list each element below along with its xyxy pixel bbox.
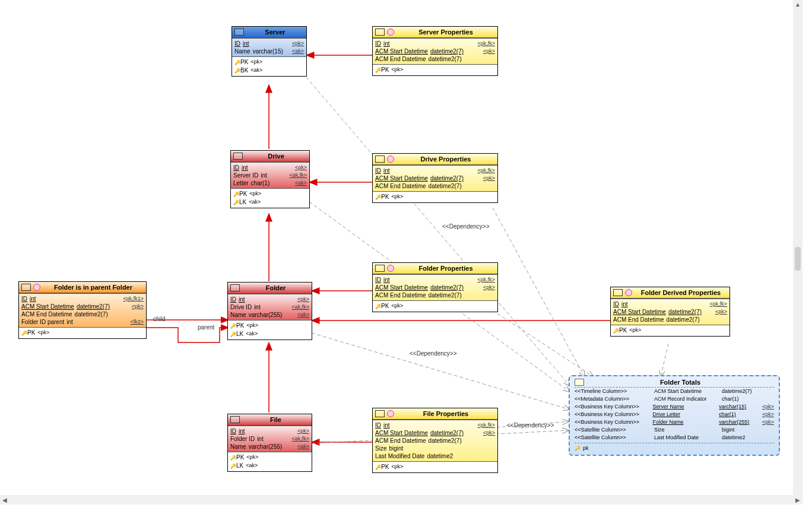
attr-tag: <ak> xyxy=(292,47,304,55)
scroll-thumb[interactable] xyxy=(795,247,801,271)
entity-server[interactable]: Server IDint<pk>Namevarchar(15)<ak> PK<p… xyxy=(231,26,307,77)
key-name: PK xyxy=(613,326,627,335)
attr-type: char(1) xyxy=(251,179,270,187)
attribute-row: Server IDint<ak,fk> xyxy=(233,172,307,179)
clock-icon xyxy=(387,28,394,36)
entity-title: File Properties xyxy=(397,410,495,417)
entity-folder[interactable]: Folder IDint<pk>Drive IDint<ak,fk>Nameva… xyxy=(227,282,312,340)
attr-name: Folder ID xyxy=(230,435,255,443)
col-name: Drive Letter xyxy=(652,411,716,418)
col-tag: <pk> xyxy=(762,418,774,426)
entity-folder-derived-properties[interactable]: Folder Derived Properties IDint<pk,fk>AC… xyxy=(610,287,730,337)
table-icon xyxy=(375,156,385,163)
attribute-row: ACM End Datetimedatetime2(7) xyxy=(21,310,144,318)
attr-type: datetime2(7) xyxy=(430,284,464,291)
horizontal-scrollbar[interactable]: ◀ ▶ xyxy=(0,495,803,505)
attribute-row: ACM Start Datetimedatetime2(7)<pk> xyxy=(375,47,495,55)
attr-type: datetime2(7) xyxy=(77,303,110,310)
attr-type: int xyxy=(383,40,390,47)
clock-icon xyxy=(387,156,394,163)
attr-name: ID xyxy=(233,164,239,172)
entity-folder-parent[interactable]: Folder is in parent Folder IDint<pk,fk1>… xyxy=(18,281,147,339)
entity-server-properties[interactable]: Server Properties IDint<pk,fk>ACM Start … xyxy=(372,26,498,76)
attr-type: bigint xyxy=(389,445,403,452)
key-tag: <ak> xyxy=(250,66,262,75)
entity-title: Server xyxy=(246,28,304,36)
attribute-row: Folder ID parentint<fk2> xyxy=(21,318,144,326)
svg-line-13 xyxy=(493,310,594,377)
attribute-row: IDint<pk> xyxy=(230,296,309,303)
attribute-row: IDint<pk,fk> xyxy=(375,276,495,284)
entity-drive[interactable]: Drive IDint<pk>Server IDint<ak,fk>Letter… xyxy=(230,150,310,208)
table-icon xyxy=(375,28,385,36)
entity-drive-properties[interactable]: Drive Properties IDint<pk,fk>ACM Start D… xyxy=(372,153,498,203)
attribute-row: Last Modified Datedatetime2 xyxy=(375,452,495,460)
attr-name: ACM End Datetime xyxy=(375,182,426,190)
attr-type: datetime2(7) xyxy=(667,316,700,323)
col-name: ACM Start Datetime xyxy=(654,388,719,395)
attr-type: int xyxy=(239,427,245,435)
attr-name: ACM Start Datetime xyxy=(375,284,428,291)
entity-title: File xyxy=(242,416,309,423)
vertical-scrollbar[interactable]: ▲ ▼ xyxy=(793,0,803,505)
attr-name: ID xyxy=(21,295,27,303)
attr-name: ACM Start Datetime xyxy=(375,174,428,182)
entity-folder-properties[interactable]: Folder Properties IDint<pk,fk>ACM Start … xyxy=(372,262,498,312)
key-row: LK<ak> xyxy=(230,330,309,338)
attr-tag: <ak,fk> xyxy=(289,172,307,179)
view-column-row: <<Business Key Column>>Drive Letterchar(… xyxy=(575,411,774,418)
scroll-left-arrow[interactable]: ◀ xyxy=(0,497,9,503)
attr-name: ACM Start Datetime xyxy=(613,308,666,316)
attr-type: int xyxy=(66,318,73,326)
view-title: Folder Totals xyxy=(586,379,774,386)
entity-title: Folder xyxy=(242,284,309,291)
col-tag: <pk> xyxy=(762,403,774,411)
attribute-row: IDint<pk,fk1> xyxy=(21,295,144,303)
key-tag: <pk> xyxy=(391,302,403,310)
attribute-row: ACM End Datetimedatetime2(7) xyxy=(375,55,495,63)
col-type: char(1) xyxy=(719,411,760,418)
view-column-row: <<Satellite Column>>Last Modified Dateda… xyxy=(575,434,774,442)
attr-type: datetime2(7) xyxy=(429,291,462,299)
attr-type: datetime2(7) xyxy=(430,47,464,55)
diagram-canvas[interactable]: Server IDint<pk>Namevarchar(15)<ak> PK<p… xyxy=(0,0,803,505)
svg-line-12 xyxy=(312,333,570,410)
entity-file[interactable]: File IDint<pk>Folder IDint<ak,fk>Namevar… xyxy=(227,414,312,472)
attr-name: ID xyxy=(230,427,236,435)
attribute-row: Namevarchar(15)<ak> xyxy=(234,47,304,55)
attr-name: ACM End Datetime xyxy=(21,310,72,318)
attr-type: int xyxy=(30,295,36,303)
attr-tag: <pk> xyxy=(483,284,495,291)
view-key-row: 🔑 pk xyxy=(575,445,774,452)
key-row: PK<pk> xyxy=(375,66,495,74)
attr-name: Size xyxy=(375,445,386,452)
scroll-up-arrow[interactable]: ▲ xyxy=(793,0,803,9)
attr-type: varchar(255) xyxy=(249,311,283,319)
key-tag: <ak> xyxy=(246,462,258,470)
attr-tag: <pk,fk> xyxy=(477,421,495,429)
attr-type: int xyxy=(383,276,390,284)
entity-file-properties[interactable]: File Properties IDint<pk,fk>ACM Start Da… xyxy=(372,408,498,473)
attribute-row: IDint<pk,fk> xyxy=(375,40,495,47)
dependency-label: <<Dependency>> xyxy=(410,350,457,357)
clock-icon xyxy=(387,265,394,272)
key-tag: <pk> xyxy=(391,463,403,471)
attribute-row: Folder IDint<ak,fk> xyxy=(230,435,309,443)
key-row: PK<pk> xyxy=(375,463,495,471)
attr-type: int xyxy=(621,300,628,308)
key-name: LK xyxy=(230,462,243,470)
attr-type: int xyxy=(239,296,245,303)
scroll-right-arrow[interactable]: ▶ xyxy=(793,497,803,503)
attr-type: int xyxy=(254,303,261,311)
col-name: Last Modified Date xyxy=(654,434,719,442)
attr-name: ACM End Datetime xyxy=(375,291,426,299)
attribute-row: ACM Start Datetimedatetime2(7)<pk> xyxy=(21,303,144,310)
attr-type: int xyxy=(242,164,248,172)
view-folder-totals[interactable]: Folder Totals <<Timeline Column>>ACM Sta… xyxy=(569,375,780,456)
attr-name: Name xyxy=(230,311,246,319)
attribute-row: Drive IDint<ak,fk> xyxy=(230,303,309,311)
attr-name: ACM Start Datetime xyxy=(375,47,428,55)
key-tag: <pk> xyxy=(391,66,403,74)
table-icon xyxy=(230,416,240,423)
attr-tag: <pk> xyxy=(483,174,495,182)
